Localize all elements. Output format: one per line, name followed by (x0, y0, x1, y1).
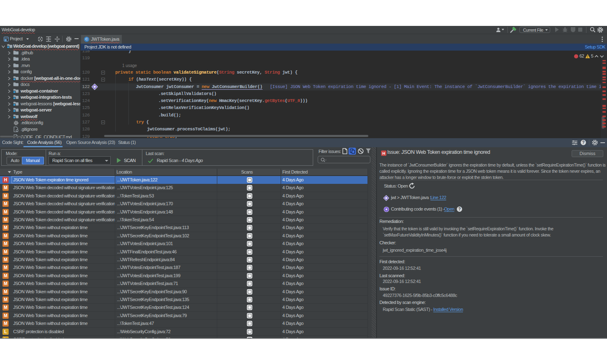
svg-text:?: ? (458, 207, 460, 211)
svg-text:?: ? (582, 140, 584, 145)
